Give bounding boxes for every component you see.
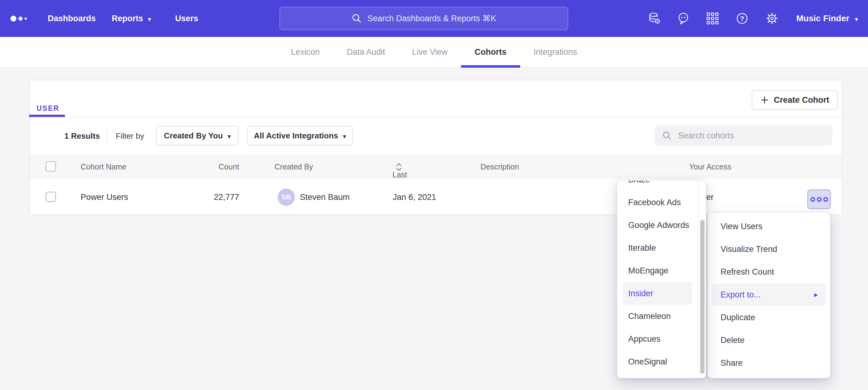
row-checkbox[interactable] (45, 192, 56, 202)
dot-icon (824, 197, 828, 202)
menu-item-view-users[interactable]: View Users (708, 215, 830, 238)
top-navbar: Dashboards Reports ▾ Users Search Dashbo… (0, 0, 868, 37)
cohort-search-box[interactable] (655, 126, 832, 146)
chevron-right-icon: ▸ (814, 283, 818, 306)
results-count: 1 Results (64, 131, 100, 141)
created-by-filter-value: Created By You (164, 131, 223, 140)
global-search-placeholder: Search Dashboards & Reports ⌘K (368, 13, 496, 23)
settings-icon[interactable] (765, 11, 779, 26)
chevron-down-icon: ▾ (855, 16, 858, 22)
col-your-access: Your Access (689, 162, 731, 171)
scrollbar-track (698, 181, 699, 378)
row-actions-button[interactable] (807, 190, 831, 209)
nav-users-label: Users (175, 14, 198, 23)
col-description: Description (480, 162, 519, 171)
tab-lexicon[interactable]: Lexicon (277, 37, 333, 67)
created-by-filter-dropdown[interactable]: Created By You ▾ (156, 126, 239, 145)
svg-text:?: ? (740, 15, 744, 23)
help-icon[interactable]: ? (735, 11, 749, 26)
dot-icon (810, 197, 815, 202)
tab-cohorts[interactable]: Cohorts (461, 37, 520, 67)
nav-reports[interactable]: Reports ▾ (112, 0, 151, 37)
select-all-checkbox[interactable] (45, 161, 56, 172)
menu-item-braze[interactable]: Braze (617, 180, 706, 191)
search-icon (662, 131, 672, 140)
nav-dashboards-label: Dashboards (48, 14, 96, 23)
context-menu-list: View Users Visualize Trend Refresh Count… (708, 215, 830, 374)
divider (30, 117, 842, 118)
section-tabbar: Lexicon Data Audit Live View Cohorts Int… (0, 37, 868, 68)
menu-item-visualize-trend[interactable]: Visualize Trend (708, 238, 830, 261)
menu-item-delete[interactable]: Delete (708, 329, 830, 352)
creator-name: Steven Baum (300, 193, 350, 202)
menu-item-insider[interactable]: Insider (623, 282, 692, 305)
export-submenu-list: Braze Facebook Ads Google Adwords Iterab… (617, 180, 706, 373)
mixpanel-logo-icon[interactable] (10, 0, 27, 37)
cohort-name-link[interactable]: Power Users (81, 193, 128, 202)
row-context-menu: View Users Visualize Trend Refresh Count… (707, 212, 831, 378)
last-modified-date: Jan 6, 2021 (393, 193, 436, 202)
filter-by-label: Filter by (116, 131, 144, 141)
col-cohort-name: Cohort Name (81, 162, 126, 171)
scrollbar-thumb[interactable] (700, 220, 705, 374)
menu-item-export-to-label: Export to... (720, 283, 761, 306)
feedback-icon[interactable] (676, 11, 690, 26)
chevron-down-icon: ▾ (343, 133, 346, 139)
integrations-filter-dropdown[interactable]: All Active Integrations ▾ (247, 126, 353, 145)
export-submenu: Braze Facebook Ads Google Adwords Iterab… (617, 180, 706, 378)
menu-item-chameleon[interactable]: Chameleon (617, 305, 706, 328)
menu-item-google-adwords[interactable]: Google Adwords (617, 214, 706, 236)
project-switcher[interactable]: Music Finder ▾ (796, 0, 858, 37)
tab-user[interactable]: USER (37, 104, 59, 112)
tab-integrations[interactable]: Integrations (520, 37, 591, 67)
col-count: Count (184, 162, 239, 171)
data-settings-icon[interactable] (647, 11, 661, 26)
apps-grid-icon[interactable] (706, 11, 720, 26)
menu-item-moengage[interactable]: MoEngage (617, 259, 706, 282)
nav-reports-label: Reports (112, 14, 143, 23)
menu-item-facebook-ads[interactable]: Facebook Ads (617, 191, 706, 214)
col-last-modified[interactable]: Last Modified (393, 162, 402, 172)
nav-users[interactable]: Users (175, 0, 198, 37)
avatar: SB (278, 189, 295, 206)
menu-item-appcues[interactable]: Appcues (617, 328, 706, 350)
menu-item-iterable[interactable]: Iterable (617, 236, 706, 259)
tab-data-audit[interactable]: Data Audit (333, 37, 399, 67)
table-header: Cohort Name Count Created By Last Modifi… (30, 154, 842, 179)
chevron-down-icon: ▾ (228, 133, 231, 139)
integrations-filter-value: All Active Integrations (254, 131, 338, 140)
menu-item-export-to[interactable]: Export to... ▸ (712, 283, 826, 306)
project-name: Music Finder (796, 13, 849, 23)
menu-item-duplicate[interactable]: Duplicate (708, 306, 830, 329)
create-cohort-label: Create Cohort (774, 95, 829, 105)
create-cohort-button[interactable]: Create Cohort (752, 90, 838, 110)
dot-icon (817, 197, 822, 202)
divider (106, 128, 107, 143)
menu-item-onesignal[interactable]: OneSignal (617, 350, 706, 373)
cohort-count: 22,777 (184, 193, 239, 202)
nav-dashboards[interactable]: Dashboards (48, 0, 96, 37)
cohort-search-input[interactable] (678, 131, 825, 141)
table-row[interactable]: Power Users 22,777 Steven Baum Jan 6, 20… (30, 179, 842, 215)
menu-item-refresh-count[interactable]: Refresh Count (708, 261, 830, 283)
plus-icon (760, 96, 769, 104)
tab-live-view[interactable]: Live View (399, 37, 461, 67)
cohorts-panel: USER Create Cohort 1 Results Filter by C… (29, 80, 842, 215)
chevron-down-icon: ▾ (148, 16, 151, 22)
search-icon (351, 13, 362, 24)
col-created-by: Created By (275, 162, 313, 171)
global-search-input[interactable]: Search Dashboards & Reports ⌘K (279, 7, 568, 30)
menu-item-share[interactable]: Share (708, 352, 830, 374)
